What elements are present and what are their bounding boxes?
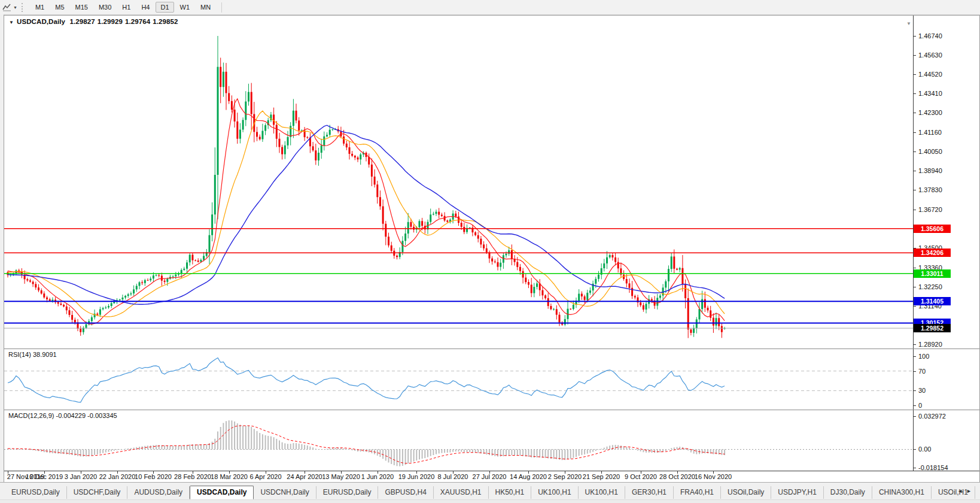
macd-plot bbox=[4, 410, 914, 472]
rsi-plot bbox=[4, 349, 914, 410]
chart-tools-button[interactable]: ▼ bbox=[2, 3, 17, 11]
chart-title: ▼USDCAD,Daily 1.298271.299291.297641.298… bbox=[9, 18, 181, 25]
timeframe-button-m30[interactable]: M30 bbox=[94, 2, 116, 13]
timeframe-button-h1[interactable]: H1 bbox=[117, 2, 135, 13]
date-tick-label: 9 Oct 2020 bbox=[625, 473, 657, 480]
tab-scroll-left-button[interactable]: ◄ bbox=[957, 488, 966, 494]
toolbar-separator bbox=[221, 2, 222, 13]
macd-signal-line bbox=[8, 426, 725, 463]
date-tick-label: 24 Apr 2020 bbox=[287, 473, 322, 480]
macd-indicator-panel[interactable]: MACD(12,26,9) -0.004229 -0.003345 0.0329… bbox=[4, 410, 979, 472]
date-tick-label: 14 Aug 2020 bbox=[510, 473, 547, 480]
price-level-label: 1.34206 bbox=[914, 249, 951, 257]
tab-uk100-h1-9[interactable]: UK100,H1 bbox=[531, 486, 578, 499]
macd-tick-label: 0.032972 bbox=[918, 413, 946, 420]
tab-usoil-daily-13[interactable]: USOil,Daily bbox=[721, 486, 771, 499]
timeframe-button-m1[interactable]: M1 bbox=[31, 2, 49, 13]
tab-usdchf-daily-1[interactable]: USDCHF,Daily bbox=[67, 486, 128, 499]
rsi-tick-mark bbox=[914, 405, 916, 406]
tab-china300-h1-16[interactable]: CHINA300,H1 bbox=[872, 486, 932, 499]
tab-usdcad-daily-3[interactable]: USDCAD,Daily bbox=[190, 486, 254, 499]
date-tick-label: 19 Jun 2020 bbox=[398, 473, 435, 480]
price-tick-label: 1.43410 bbox=[918, 90, 942, 97]
tab-scroll-right-button[interactable]: ► bbox=[966, 488, 975, 494]
tab-audusd-daily-2[interactable]: AUDUSD,Daily bbox=[127, 486, 190, 499]
date-tick-label: 28 Feb 2020 bbox=[174, 473, 211, 480]
date-axis[interactable]: 27 Nov 201916 Dec 20193 Jan 202022 Jan 2… bbox=[4, 471, 979, 482]
macd-axis[interactable]: 0.0329720.00-0.018154 bbox=[913, 410, 979, 472]
tab-eurusd-daily-5[interactable]: EURUSD,Daily bbox=[316, 486, 379, 499]
horizontal-levels-layer[interactable] bbox=[4, 229, 914, 328]
rsi-indicator-panel[interactable]: RSI(14) 38.9091 10070300 bbox=[4, 349, 979, 410]
tab-hk50-h1-8[interactable]: HK50,H1 bbox=[489, 486, 532, 499]
main-price-panel[interactable]: ▼USDCAD,Daily 1.298271.299291.297641.298… bbox=[4, 16, 979, 349]
date-tick-label: 28 Oct 2020 bbox=[659, 473, 695, 480]
price-tick-label: 1.41160 bbox=[918, 129, 942, 136]
price-tick-label: 1.44520 bbox=[918, 71, 942, 78]
date-tick-label: 27 Jul 2020 bbox=[473, 473, 507, 480]
date-tick-label: 13 May 2020 bbox=[322, 473, 360, 480]
price-tick-label: 1.42300 bbox=[918, 109, 942, 116]
collapse-indicators-icon[interactable]: ▼ bbox=[9, 20, 14, 25]
price-tick-mark bbox=[914, 171, 916, 171]
tab-uk100-h1-10[interactable]: UK100,H1 bbox=[579, 486, 625, 499]
chart-tab-bar: EURUSD,DailyUSDCHF,DailyAUDUSD,DailyUSDC… bbox=[0, 482, 980, 503]
tab-ger30-h1-11[interactable]: GER30,H1 bbox=[625, 486, 674, 499]
timeframe-button-d1[interactable]: D1 bbox=[156, 2, 174, 13]
timeframe-button-m15[interactable]: M15 bbox=[71, 2, 93, 13]
rsi-tick-label: 0 bbox=[918, 402, 922, 409]
price-tick-mark bbox=[914, 36, 916, 37]
timeframe-button-w1[interactable]: W1 bbox=[175, 2, 195, 13]
rsi-tick-mark bbox=[914, 390, 916, 391]
rsi-tick-label: 70 bbox=[918, 368, 926, 375]
price-tick-mark bbox=[914, 113, 916, 113]
ohlc-close: 1.29852 bbox=[153, 18, 178, 25]
scroll-to-end-marker[interactable]: ▼ bbox=[906, 21, 911, 26]
rsi-line bbox=[8, 358, 725, 402]
price-tick-label: 1.38940 bbox=[918, 167, 942, 174]
tab-bar-bottom-strip bbox=[0, 499, 980, 503]
chevron-down-icon[interactable]: ▼ bbox=[13, 5, 17, 10]
timeframe-toolbar: ▼ M1M5M15M30H1H4D1W1MN bbox=[0, 0, 980, 15]
date-tick-label: 2 Sep 2020 bbox=[548, 473, 582, 480]
toolbar-grip[interactable] bbox=[22, 3, 25, 12]
tab-fra40-h1-12[interactable]: FRA40,H1 bbox=[674, 486, 721, 499]
tab-xauusd-h1-7[interactable]: XAUUSD,H1 bbox=[434, 486, 489, 499]
rsi-tick-label: 30 bbox=[918, 387, 926, 394]
tab-usdjpy-h1-14[interactable]: USDJPY,H1 bbox=[771, 486, 823, 499]
date-tick-label: 10 Feb 2020 bbox=[135, 473, 172, 480]
price-tick-label: 1.37830 bbox=[918, 186, 942, 193]
price-tick-mark bbox=[914, 306, 916, 307]
chart-tabs: EURUSD,DailyUSDCHF,DailyAUDUSD,DailyUSDC… bbox=[0, 484, 980, 499]
date-tick-label: 16 Dec 2019 bbox=[26, 473, 63, 480]
price-level-label: 1.33011 bbox=[914, 269, 951, 278]
macd-histogram-layer bbox=[8, 420, 725, 466]
tab-usdcnh-daily-4[interactable]: USDCNH,Daily bbox=[254, 486, 316, 499]
date-tick-label: 6 Apr 2020 bbox=[249, 473, 281, 480]
price-tick-label: 1.28920 bbox=[918, 341, 942, 348]
rsi-tick-mark bbox=[914, 356, 916, 357]
price-level-label: 1.35606 bbox=[914, 225, 951, 233]
candles-layer bbox=[7, 36, 726, 338]
price-tick-mark bbox=[914, 268, 916, 268]
rsi-tick-label: 100 bbox=[918, 353, 929, 360]
date-tick-label: 18 Mar 2020 bbox=[211, 473, 248, 480]
mt4-application-window: ▼ M1M5M15M30H1H4D1W1MN ▼USDCAD,Daily 1.2… bbox=[0, 0, 980, 503]
tab-dj30-daily-15[interactable]: DJ30,Daily bbox=[824, 486, 872, 499]
rsi-axis[interactable]: 10070300 bbox=[913, 349, 979, 410]
timeframe-button-mn[interactable]: MN bbox=[196, 2, 215, 13]
price-tick-label: 1.40050 bbox=[918, 148, 942, 155]
timeframe-button-m5[interactable]: M5 bbox=[50, 2, 69, 13]
price-tick-mark bbox=[914, 93, 916, 94]
candlestick-plot[interactable] bbox=[4, 16, 914, 349]
price-axis[interactable]: 1.467401.456301.445201.434101.423001.411… bbox=[913, 16, 979, 349]
date-tick-label: 3 Jan 2020 bbox=[65, 473, 97, 480]
macd-tick-mark bbox=[914, 416, 916, 417]
price-tick-mark bbox=[914, 190, 916, 190]
tab-gbpusd-h4-6[interactable]: GBPUSD,H4 bbox=[378, 486, 433, 499]
rsi-levels-layer bbox=[4, 371, 914, 391]
timeframe-button-h4[interactable]: H4 bbox=[136, 2, 154, 13]
tab-eurusd-daily-0[interactable]: EURUSD,Daily bbox=[5, 486, 67, 499]
price-tick-mark bbox=[914, 74, 916, 75]
ohlc-high: 1.29929 bbox=[98, 18, 123, 25]
